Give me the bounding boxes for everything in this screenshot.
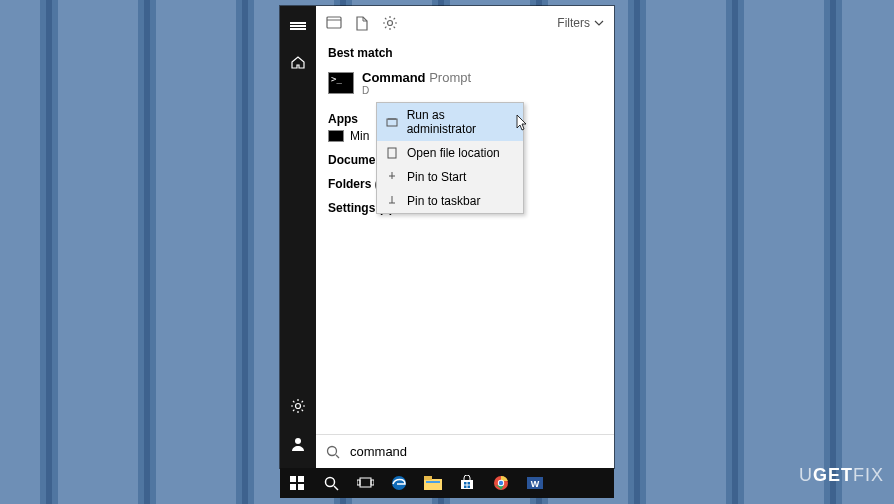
gear-icon[interactable] — [284, 392, 312, 420]
svg-point-29 — [499, 481, 503, 485]
chevron-down-icon — [594, 20, 604, 26]
documents-filter-icon[interactable] — [356, 16, 368, 31]
taskbar-explorer-icon[interactable] — [418, 469, 448, 497]
svg-rect-21 — [426, 481, 440, 483]
menu-item-label: Pin to taskbar — [407, 194, 480, 208]
svg-rect-25 — [464, 486, 467, 489]
menu-open-file-location[interactable]: Open file location — [377, 141, 523, 165]
taskbar-edge-icon[interactable] — [384, 469, 414, 497]
svg-rect-19 — [424, 479, 442, 490]
taskbar-chrome-icon[interactable] — [486, 469, 516, 497]
svg-rect-2 — [327, 17, 341, 28]
settings-filter-icon[interactable] — [382, 15, 398, 31]
start-rail — [280, 6, 316, 468]
hamburger-icon[interactable] — [284, 12, 312, 40]
filters-label: Filters — [557, 16, 590, 30]
filters-button[interactable]: Filters — [557, 16, 604, 30]
context-menu: Run as administrator Open file location … — [376, 102, 524, 214]
menu-run-as-admin[interactable]: Run as administrator — [377, 103, 523, 141]
cmd-small-icon — [328, 130, 344, 142]
svg-point-1 — [295, 438, 301, 444]
admin-shield-icon — [385, 115, 399, 129]
svg-line-6 — [336, 455, 339, 458]
apps-result-label: Min — [350, 129, 369, 143]
taskbar-taskview-icon[interactable] — [350, 469, 380, 497]
pin-start-icon — [385, 170, 399, 184]
search-content: Filters Best match Command Prompt D Apps… — [316, 6, 614, 468]
svg-rect-11 — [290, 484, 296, 490]
search-input[interactable] — [348, 443, 604, 460]
svg-rect-10 — [298, 476, 304, 482]
svg-rect-23 — [464, 482, 467, 485]
menu-item-label: Open file location — [407, 146, 500, 160]
svg-rect-8 — [388, 148, 396, 158]
svg-rect-16 — [357, 480, 360, 485]
taskbar-search-icon[interactable] — [316, 469, 346, 497]
svg-rect-12 — [298, 484, 304, 490]
svg-rect-17 — [371, 480, 374, 485]
search-box[interactable] — [316, 434, 614, 468]
taskbar-store-icon[interactable] — [452, 469, 482, 497]
svg-rect-26 — [468, 486, 471, 489]
menu-item-label: Run as administrator — [407, 108, 515, 136]
svg-line-14 — [334, 486, 338, 490]
svg-rect-22 — [461, 480, 473, 489]
home-icon[interactable] — [284, 48, 312, 76]
user-icon[interactable] — [284, 430, 312, 458]
svg-point-0 — [296, 404, 301, 409]
section-best-match: Best match — [316, 40, 614, 66]
pin-taskbar-icon — [385, 194, 399, 208]
best-match-title: Command Prompt — [362, 70, 471, 85]
menu-pin-to-start[interactable]: Pin to Start — [377, 165, 523, 189]
folder-icon — [385, 146, 399, 160]
start-button[interactable] — [282, 469, 312, 497]
svg-rect-7 — [387, 119, 397, 126]
best-match-subtitle: D — [362, 85, 471, 96]
svg-point-4 — [388, 21, 393, 26]
svg-rect-20 — [424, 476, 432, 480]
menu-pin-to-taskbar[interactable]: Pin to taskbar — [377, 189, 523, 213]
search-icon — [326, 445, 340, 459]
taskbar-word-icon[interactable]: W — [520, 469, 550, 497]
svg-text:W: W — [531, 479, 540, 489]
start-search-panel: Filters Best match Command Prompt D Apps… — [280, 6, 614, 468]
apps-filter-icon[interactable] — [326, 16, 342, 30]
svg-point-5 — [328, 446, 337, 455]
svg-point-13 — [325, 477, 334, 486]
svg-rect-24 — [468, 482, 471, 485]
search-toolbar: Filters — [316, 6, 614, 40]
taskbar: W — [280, 468, 614, 498]
svg-rect-9 — [290, 476, 296, 482]
svg-rect-15 — [360, 478, 371, 487]
menu-item-label: Pin to Start — [407, 170, 466, 184]
best-match-result[interactable]: Command Prompt D — [316, 66, 614, 102]
cmd-icon — [328, 72, 354, 94]
